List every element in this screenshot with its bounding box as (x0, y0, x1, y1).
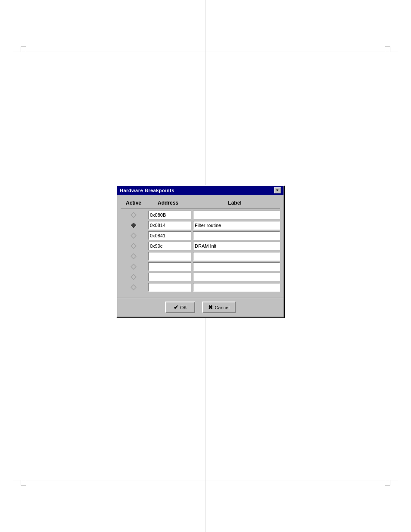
cancel-icon: ✖ (208, 304, 213, 311)
cancel-button[interactable]: ✖ Cancel (202, 302, 235, 313)
ok-label: OK (180, 305, 187, 310)
ok-icon: ✔ (174, 304, 178, 311)
ok-button[interactable]: ✔ OK (165, 302, 195, 313)
corner-mark-tl (21, 47, 28, 53)
corner-mark-bl (21, 479, 28, 485)
table-row (121, 283, 280, 292)
svg-marker-7 (131, 285, 136, 290)
table-row (121, 231, 280, 240)
address-input-6[interactable] (148, 262, 191, 271)
dialog-body: Active Address Label (117, 195, 283, 298)
diamond-empty-icon (131, 274, 137, 280)
address-input-2[interactable] (148, 221, 191, 230)
address-input-8[interactable] (148, 283, 191, 292)
active-cell-2[interactable] (121, 222, 146, 228)
label-input-1[interactable] (193, 211, 280, 219)
diamond-filled-icon (131, 222, 137, 228)
svg-marker-4 (131, 254, 136, 259)
label-input-8[interactable] (193, 283, 280, 292)
svg-marker-6 (131, 274, 136, 280)
label-input-7[interactable] (193, 273, 280, 281)
label-input-3[interactable] (193, 231, 280, 240)
dialog-titlebar: Hardware Breakpoints × (117, 186, 283, 195)
dialog-container: Hardware Breakpoints × Active Address La… (116, 185, 284, 317)
address-input-7[interactable] (148, 273, 191, 281)
table-header: Active Address Label (121, 198, 280, 209)
diamond-empty-icon (131, 243, 137, 249)
active-cell-7[interactable] (121, 274, 146, 280)
diamond-empty-icon (131, 212, 137, 218)
active-cell-8[interactable] (121, 284, 146, 290)
address-input-1[interactable] (148, 211, 191, 219)
diamond-empty-icon (131, 284, 137, 290)
address-input-5[interactable] (148, 252, 191, 261)
svg-marker-1 (131, 223, 136, 228)
label-input-5[interactable] (193, 252, 280, 261)
table-row (121, 262, 280, 271)
table-row (121, 273, 280, 281)
table-row (121, 252, 280, 261)
corner-mark-br (383, 479, 390, 485)
dialog-title: Hardware Breakpoints (120, 188, 174, 193)
table-row (121, 221, 280, 230)
margin-line-right (385, 0, 385, 532)
address-input-4[interactable] (148, 242, 191, 250)
table-row (121, 211, 280, 219)
corner-mark-tr (383, 47, 390, 53)
active-cell-1[interactable] (121, 212, 146, 218)
svg-marker-5 (131, 264, 136, 269)
margin-line-left (26, 0, 26, 532)
svg-marker-3 (131, 243, 136, 249)
label-input-4[interactable] (193, 242, 280, 250)
active-cell-4[interactable] (121, 243, 146, 249)
active-cell-3[interactable] (121, 233, 146, 239)
hardware-breakpoints-dialog: Hardware Breakpoints × Active Address La… (116, 185, 284, 317)
breakpoint-rows (121, 211, 280, 292)
table-row (121, 242, 280, 250)
active-cell-5[interactable] (121, 253, 146, 259)
diamond-empty-icon (131, 233, 137, 239)
diamond-empty-icon (131, 264, 137, 270)
svg-marker-0 (131, 212, 136, 218)
col-header-label: Label (190, 200, 280, 206)
col-header-address: Address (146, 200, 190, 206)
svg-marker-2 (131, 233, 136, 238)
cancel-label: Cancel (215, 305, 229, 310)
diamond-empty-icon (131, 253, 137, 259)
address-input-3[interactable] (148, 231, 191, 240)
dialog-footer: ✔ OK ✖ Cancel (117, 298, 283, 317)
col-header-active: Active (121, 200, 146, 206)
dialog-close-button[interactable]: × (274, 187, 281, 193)
label-input-2[interactable] (193, 221, 280, 230)
active-cell-6[interactable] (121, 264, 146, 270)
label-input-6[interactable] (193, 262, 280, 271)
